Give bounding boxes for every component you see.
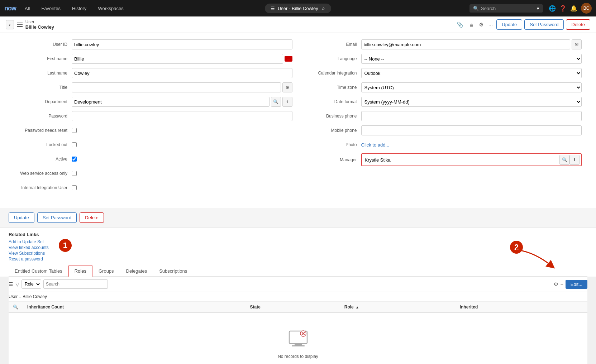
filter-field-select[interactable]: Role [22, 279, 41, 289]
bell-icon[interactable]: 🔔 [570, 5, 577, 12]
active-row: Active [14, 153, 292, 165]
search-dropdown-icon[interactable]: ▾ [537, 6, 539, 11]
pill-star-icon[interactable]: ☆ [321, 6, 325, 11]
attach-icon[interactable]: 📎 [455, 20, 465, 29]
user-id-input[interactable] [72, 39, 292, 49]
language-row: Language -- None -- [304, 53, 582, 64]
manager-search-icon[interactable]: 🔍 [559, 155, 569, 165]
col-state[interactable]: State [246, 302, 340, 313]
photo-link[interactable]: Click to add... [361, 142, 390, 148]
help-icon[interactable]: ❓ [559, 5, 567, 12]
internal-integration-checkbox[interactable] [72, 185, 77, 190]
reset-password-link[interactable]: Reset a password [9, 257, 49, 262]
related-links-section: Related Links Add to Update Set View lin… [0, 227, 596, 265]
first-name-badge[interactable]: ··· [285, 56, 292, 62]
calendar-label: Calendar integration [304, 71, 361, 76]
first-name-label: First name [14, 56, 72, 61]
tab-delegates[interactable]: Delegates [120, 265, 153, 277]
title-input[interactable] [72, 82, 281, 92]
password-reset-checkbox[interactable] [72, 128, 77, 133]
web-service-checkbox-wrap [72, 171, 77, 176]
email-input[interactable] [361, 39, 571, 49]
no-records-text: No records to display [27, 354, 569, 359]
nav-link-history[interactable]: History [69, 4, 89, 13]
internal-integration-row: Internal Integration User [14, 182, 292, 193]
language-select[interactable]: -- None -- [361, 54, 582, 64]
calendar-select[interactable]: Outlook [361, 68, 582, 78]
hamburger-menu[interactable] [17, 23, 23, 27]
update-button-top[interactable]: Update [496, 19, 522, 30]
nav-link-all[interactable]: All [22, 4, 33, 13]
breadcrumb: User Billie Cowley [25, 19, 54, 30]
edit-button[interactable]: Edit... [566, 280, 587, 289]
nav-link-workspaces[interactable]: Workspaces [95, 4, 126, 13]
password-label: Password [14, 114, 72, 119]
tab-roles[interactable]: Roles [68, 265, 92, 277]
department-label: Department [14, 99, 72, 104]
col-search-icon[interactable]: 🔍 [13, 305, 18, 310]
tab-entitled-custom-tables[interactable]: Entitled Custom Tables [9, 265, 68, 277]
manager-input[interactable] [363, 157, 560, 163]
title-row: Title ⊕ [14, 82, 292, 93]
col-inheritance-count[interactable]: Inheritance Count [23, 302, 246, 313]
password-input[interactable] [72, 111, 292, 121]
last-name-row: Last name [14, 67, 292, 79]
filter-search-input[interactable] [43, 279, 108, 289]
internal-integration-checkbox-wrap [72, 185, 77, 190]
context-pill[interactable]: ☰ User - Billie Cowley ☆ [265, 4, 331, 13]
business-phone-input[interactable] [361, 111, 582, 121]
title-lookup-icon[interactable]: ⊕ [282, 82, 292, 92]
date-format-select[interactable]: System (yyyy-MM-dd) [361, 97, 582, 107]
delete-button-bottom[interactable]: Delete [80, 212, 104, 223]
last-name-input[interactable] [72, 68, 292, 78]
tab-subscriptions[interactable]: Subscriptions [153, 265, 193, 277]
set-password-button-top[interactable]: Set Password [524, 19, 564, 30]
update-button-bottom[interactable]: Update [9, 212, 34, 223]
business-phone-label: Business phone [304, 114, 361, 119]
activity-icon[interactable]: 🖥 [467, 20, 475, 29]
timezone-select[interactable]: System (UTC) [361, 82, 582, 92]
table-minus-icon[interactable]: − [561, 281, 563, 287]
department-info-icon[interactable]: ℹ [282, 97, 292, 107]
table-menu-icon[interactable]: ☰ [9, 281, 13, 287]
date-format-label: Date format [304, 99, 361, 104]
col-state-label: State [250, 305, 261, 310]
globe-icon[interactable]: 🌐 [549, 5, 556, 12]
form-left-column: User ID First name ··· Last name Title ⊕ [9, 39, 298, 196]
set-password-button-bottom[interactable]: Set Password [37, 212, 77, 223]
web-service-checkbox[interactable] [72, 171, 77, 176]
avatar[interactable]: BC [581, 3, 592, 14]
top-nav-icons: 🌐 ❓ 🔔 BC [549, 3, 592, 14]
logo[interactable]: now [4, 5, 16, 12]
mobile-phone-input[interactable] [361, 125, 582, 135]
add-to-update-set-link[interactable]: Add to Update Set [9, 239, 49, 244]
department-search-icon[interactable]: 🔍 [271, 97, 281, 107]
col-role[interactable]: Role ▲ [340, 302, 456, 313]
tab-groups[interactable]: Groups [92, 265, 120, 277]
related-links-content: Related Links Add to Update Set View lin… [9, 232, 49, 262]
delete-button-top[interactable]: Delete [566, 19, 590, 30]
view-subscriptions-link[interactable]: View Subscriptions [9, 251, 49, 256]
table-filter-icon[interactable]: ▽ [15, 281, 19, 287]
locked-out-checkbox[interactable] [72, 142, 77, 147]
nav-link-favorites[interactable]: Favorites [38, 4, 63, 13]
settings-icon[interactable]: ⚙ [477, 20, 485, 29]
col-inherited[interactable]: Inherited [456, 302, 587, 313]
global-search[interactable]: 🔍 ▾ [469, 4, 543, 13]
search-input[interactable] [481, 6, 535, 11]
email-icon[interactable]: ✉ [572, 39, 582, 49]
active-checkbox[interactable] [72, 157, 77, 162]
table-section: ☰ ▽ Role ⚙ − Edit... User = Billie Cowle… [9, 277, 587, 364]
back-button[interactable]: ‹ [6, 20, 14, 29]
password-reset-label: Password needs reset [14, 128, 72, 133]
col-role-sort-icon: ▲ [356, 305, 359, 309]
date-format-row: Date format System (yyyy-MM-dd) [304, 96, 582, 107]
locked-out-row: Locked out [14, 139, 292, 150]
view-linked-accounts-link[interactable]: View linked accounts [9, 245, 49, 250]
department-input[interactable] [72, 97, 270, 107]
col-role-label: Role [344, 305, 354, 310]
manager-info-icon[interactable]: ℹ [569, 155, 580, 165]
table-gear-icon[interactable]: ⚙ [554, 281, 558, 287]
more-icon[interactable]: ··· [487, 20, 495, 29]
first-name-input[interactable] [72, 54, 283, 64]
